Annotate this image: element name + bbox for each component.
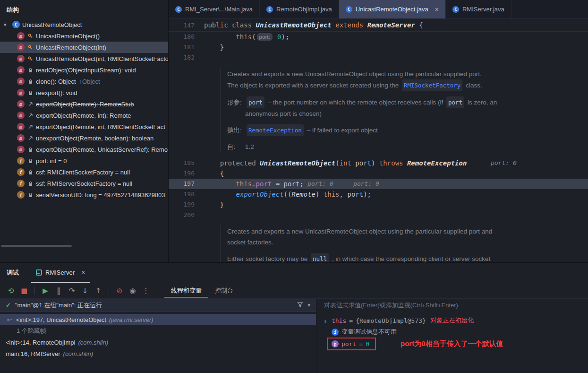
structure-item[interactable]: mUnicastRemoteObject() [0,30,168,42]
line-number[interactable]: 196 [169,168,204,179]
structure-item[interactable]: mreexport(): void [0,87,168,98]
editor-tab-4[interactable]: CRMIServer.java [446,0,511,18]
view-tab-console[interactable]: 控制台 [208,283,240,298]
doc-line: socket factories. [227,237,588,248]
line-number[interactable]: 182 [169,52,204,63]
hidden-frames-row[interactable]: 1 个隐藏帧 [0,325,316,337]
variable-port-row[interactable]: pport = 0port为0相当于传入了一个默认值 [316,338,588,350]
expand-chevron-icon[interactable]: › [322,317,329,325]
code-line[interactable]: 147public class UnicastRemoteObject exte… [169,19,588,32]
code-token [204,158,220,168]
code-token: protected [220,158,256,168]
code-line[interactable]: 182 [169,52,588,63]
method-static-icon: m [17,134,25,142]
debug-view-tabs: 线程和变量控制台 [164,283,240,298]
structure-item[interactable]: fport: int = 0 [0,155,168,166]
code-token [332,19,335,31]
structure-item[interactable]: fssf: RMIServerSocketFactory = null [0,178,168,189]
rerun-icon[interactable]: ⟲ [5,285,17,296]
ide-window: 结构 ▾ C UnicastRemoteObject mUnicastRemot… [0,0,588,373]
java-class-icon: C [175,6,182,13]
check-icon: ✓ [6,302,11,309]
step-over-icon[interactable]: ↷ [66,285,78,296]
horizontal-scrollbar[interactable] [1,245,72,247]
execution-point-line[interactable]: 197 this.port = port; port: 0 port: 0 [169,179,588,189]
method-static-icon: m [17,100,25,108]
code-token: } [204,42,224,52]
stop-icon[interactable]: ■ [18,285,30,296]
line-number[interactable]: 181 [169,42,204,52]
structure-item[interactable]: mUnicastRemoteObject(int, RMIClientSocke… [0,53,168,64]
code-line[interactable]: 195 protected UnicastRemoteObject(int po… [169,158,588,168]
doc-line: Either socket factory may be null , in w… [227,253,588,262]
frame-location: <init>:197, UnicastRemoteObject [16,316,106,323]
filter-icon[interactable] [297,302,303,309]
structure-item[interactable]: fcsf: RMIClientSocketFactory = null [0,166,168,178]
chevron-down-icon[interactable]: ▾ [307,302,310,308]
code-token: { [415,19,423,31]
pause-icon[interactable]: ‖ [52,285,65,296]
doc-text: anonymous port is chosen) [245,108,322,119]
editor-tab-3[interactable]: CUnicastRemoteObject.java× [339,0,446,18]
static-arrow-icon [27,102,34,107]
code-line[interactable]: 200 [169,210,588,220]
line-number[interactable]: 198 [169,189,204,200]
line-number[interactable]: 180 [169,32,204,42]
mute-breakpoints-icon[interactable]: ⊘ [113,285,126,296]
structure-item[interactable]: mexportObject(Remote, int, RMIClientSock… [0,121,168,132]
variable-this[interactable]: ›this = {RemoteObjImpl@573}对象正在初始化 [316,315,588,326]
code-token: UnicastRemoteObject [256,19,332,31]
doc-code-ref: RMISocketFactory [402,79,462,91]
structure-item[interactable]: mexportObject(Remote, UnicastServerRef):… [0,144,168,155]
field-icon: f [17,180,25,187]
code-line[interactable]: 198 exportObject((Remote) this, port); [169,189,588,200]
editor-tab-2[interactable]: CRemoteObjImpl.java [260,0,339,18]
debug-tab-rmiserver[interactable]: RMIServer × [31,263,90,283]
debug-panel: 调试 RMIServer × ⟲■▶‖↷↓↑⊘◉⋮ 线程和变量控制台 ✓ "ma… [0,262,588,373]
line-number[interactable]: 200 [169,210,204,220]
code-line[interactable]: 181 } [169,42,588,52]
code-line[interactable]: 199 } [169,200,588,210]
code-line[interactable]: 196 { [169,168,588,179]
line-number[interactable]: 199 [169,200,204,210]
private-lock-icon [27,147,34,152]
thread-selector[interactable]: ✓ "main"@1 在组"main": 正在运行 ▾ [0,299,316,312]
view-tab-threads-variables[interactable]: 线程和变量 [164,283,208,298]
structure-item[interactable]: mclone(): Object↑Object [0,76,168,87]
structure-root-item[interactable]: ▾ C UnicastRemoteObject [0,19,168,30]
line-number[interactable]: 195 [169,158,204,168]
structure-item[interactable]: mexportObject(Remote, int): Remote [0,110,168,121]
editor-content[interactable]: 180 this(port: 0);181 }182Creates and ex… [169,32,588,262]
code-token: port [256,179,272,189]
debug-tab-label: RMIServer [45,269,75,276]
stack-frame[interactable]: ↩<init>:197, UnicastRemoteObject(java.rm… [0,314,316,325]
evaluate-expression-hint[interactable]: 对表达式求值(Enter)或添加监视(Ctrl+Shift+Enter) [316,299,588,312]
toolbar-separator [109,287,109,295]
close-icon[interactable]: × [81,269,85,276]
structure-item[interactable]: mUnicastRemoteObject(int) [0,42,168,53]
view-breakpoints-icon[interactable]: ◉ [127,285,139,296]
line-number[interactable]: 197 [169,179,204,189]
more-options-icon[interactable]: ⋮ [140,285,152,296]
structure-item[interactable]: mreadObject(ObjectInputStream): void [0,64,168,76]
structure-item[interactable]: mexportObject(Remote): RemoteStub [0,98,168,110]
structure-item[interactable]: fserialVersionUID: long = 49745271489362… [0,189,168,200]
step-out-icon[interactable]: ↑ [92,285,104,296]
class-icon: C [12,21,20,28]
protected-key-icon [27,34,34,39]
doc-text: Creates and exports a new UnicastRemoteO… [227,69,482,79]
doc-line: anonymous port is chosen) [227,108,588,119]
console-app-icon [36,269,42,276]
method-icon: m [17,55,25,62]
stack-frame[interactable]: main:16, RMIServer(com.shlin) [0,348,316,359]
line-number[interactable]: 147 [169,19,204,31]
close-icon[interactable]: × [435,6,439,13]
debug-info-message[interactable]: i变量调试信息不可用 [316,326,588,338]
structure-item[interactable]: munexportObject(Remote, boolean): boolea… [0,132,168,144]
step-into-icon[interactable]: ↓ [79,285,91,296]
editor-tab-1[interactable]: CRMI_Server\...\Main.java [169,0,260,18]
resume-icon[interactable]: ▶ [39,285,51,296]
stack-frame[interactable]: <init>:14, RemoteObjImpl(com.shlin) [0,337,316,348]
code-line[interactable]: 180 this(port: 0); [169,32,588,42]
private-lock-icon [27,79,34,84]
